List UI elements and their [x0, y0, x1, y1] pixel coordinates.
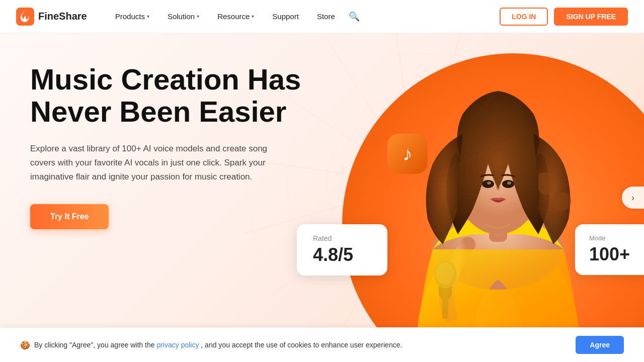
solution-chevron-icon: ▾ — [197, 14, 199, 19]
search-icon: 🔍 — [349, 11, 360, 22]
signup-button[interactable]: SIGN UP FREE — [554, 8, 628, 26]
login-button[interactable]: LOG IN — [500, 8, 548, 26]
cookie-banner: 🍪 By clicking "Agree", you agree with th… — [0, 327, 644, 362]
products-chevron-icon: ▾ — [147, 14, 149, 19]
cta-button[interactable]: Try It Free — [30, 204, 109, 229]
nav-item-support[interactable]: Support — [264, 8, 307, 25]
nav-right: LOG IN SIGN UP FREE — [500, 8, 628, 26]
hero-title: Music Creation Has Never Been Easier — [30, 63, 302, 128]
navbar: FineShare Products ▾ Solution ▾ Resource… — [0, 0, 644, 33]
search-button[interactable]: 🔍 — [345, 8, 363, 26]
nav-item-solution[interactable]: Solution ▾ — [159, 8, 207, 25]
agree-button[interactable]: Agree — [576, 336, 624, 354]
hero-image-area — [252, 33, 644, 362]
rating-value: 4.8/5 — [313, 244, 371, 265]
rating-label: Rated — [313, 234, 371, 242]
music-note-icon: ♪ — [403, 143, 413, 165]
nav-item-resource[interactable]: Resource ▾ — [209, 8, 262, 25]
privacy-policy-link[interactable]: privacy policy — [156, 341, 199, 349]
resource-chevron-icon: ▾ — [252, 14, 254, 19]
chevron-right-icon: › — [631, 193, 634, 203]
hero-description: Explore a vast library of 100+ AI voice … — [30, 142, 282, 184]
hero-left-content: Music Creation Has Never Been Easier Exp… — [30, 63, 302, 229]
hero-section: ♪ Rated 4.8/5 Mode 100+ › Music Creation… — [0, 33, 644, 362]
next-arrow-button[interactable]: › — [622, 187, 644, 209]
models-value: 100+ — [589, 244, 630, 265]
svg-point-27 — [507, 182, 511, 185]
rating-card: Rated 4.8/5 — [297, 224, 387, 276]
models-label: Mode — [589, 234, 630, 242]
nav-item-store[interactable]: Store — [309, 8, 343, 25]
hero-woman-image — [252, 33, 644, 362]
logo-link[interactable]: FineShare — [16, 8, 87, 26]
svg-point-26 — [487, 182, 491, 185]
logo-text: FineShare — [38, 11, 87, 22]
cookie-icon: 🍪 — [20, 340, 30, 350]
floating-app-icon: ♪ — [387, 134, 428, 174]
cookie-text: By clicking "Agree", you agree with the … — [34, 341, 572, 349]
models-card: Mode 100+ — [575, 224, 644, 275]
nav-links: Products ▾ Solution ▾ Resource ▾ Support… — [107, 8, 500, 26]
nav-item-products[interactable]: Products ▾ — [107, 8, 157, 25]
logo-icon — [16, 8, 34, 26]
